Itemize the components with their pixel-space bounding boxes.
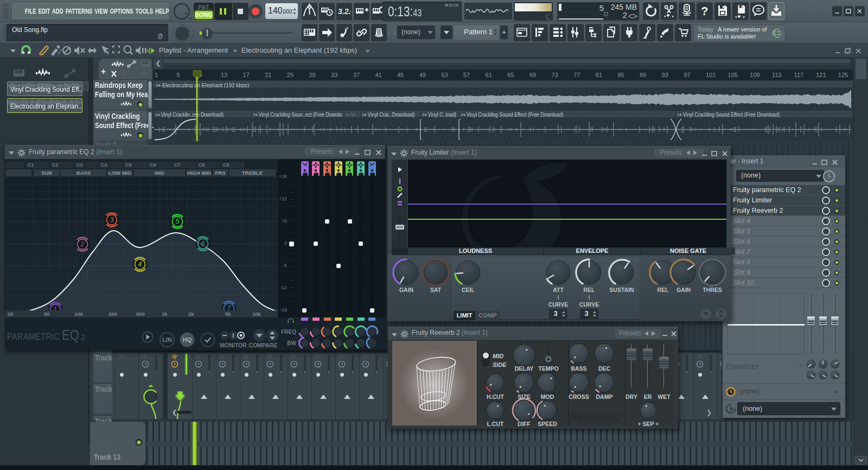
svg-text:ER: ER	[644, 393, 652, 400]
svg-text:21: 21	[265, 72, 271, 78]
svg-text:SUSTAIN: SUSTAIN	[609, 287, 634, 293]
svg-text:85: 85	[617, 72, 624, 78]
svg-text:REL: REL	[584, 287, 596, 293]
svg-text:MID: MID	[493, 353, 503, 359]
svg-text:BW: BW	[287, 340, 296, 346]
svg-text:LIN: LIN	[162, 336, 172, 343]
svg-text:GAIN: GAIN	[399, 287, 413, 293]
svg-text:1: 1	[54, 306, 58, 310]
svg-text:5: 5	[177, 72, 180, 78]
svg-text:THRES: THRES	[703, 287, 722, 293]
svg-text:WET: WET	[658, 393, 671, 400]
svg-text:DAMP: DAMP	[596, 393, 613, 400]
svg-text:HQ: HQ	[183, 336, 192, 343]
svg-text:105: 105	[728, 72, 738, 78]
svg-text:SIDE: SIDE	[493, 361, 507, 368]
svg-text:25: 25	[287, 72, 293, 78]
svg-text:CURVE: CURVE	[548, 301, 569, 308]
svg-text:93: 93	[662, 72, 668, 78]
svg-text:REL: REL	[658, 287, 669, 293]
svg-text:121: 121	[816, 72, 826, 78]
svg-text:DEC: DEC	[598, 365, 611, 372]
svg-text:L.CUT: L.CUT	[487, 421, 504, 427]
svg-text:ATT: ATT	[553, 287, 564, 293]
svg-text:REEVERB: REEVERB	[570, 411, 616, 422]
svg-text:69: 69	[529, 72, 536, 78]
svg-text:MOD: MOD	[541, 393, 554, 400]
svg-text:53: 53	[441, 72, 448, 78]
svg-text:109: 109	[750, 72, 760, 78]
svg-text:117: 117	[794, 72, 804, 78]
svg-text:2: 2	[80, 240, 85, 248]
svg-text:77: 77	[573, 72, 580, 78]
svg-text:37: 37	[353, 72, 360, 78]
svg-text:41: 41	[375, 72, 381, 78]
svg-text:61: 61	[486, 72, 492, 78]
svg-text:33: 33	[331, 72, 337, 78]
svg-text:113: 113	[772, 72, 782, 78]
svg-text:DRY: DRY	[626, 393, 637, 400]
svg-text:CEIL: CEIL	[462, 287, 475, 293]
svg-text:MONITOR: MONITOR	[220, 342, 247, 348]
svg-text:5: 5	[176, 218, 180, 225]
svg-text:COMPARE: COMPARE	[249, 342, 278, 348]
svg-text:BASS: BASS	[571, 365, 586, 372]
svg-text:6: 6	[201, 240, 205, 247]
svg-text:7: 7	[227, 304, 232, 310]
svg-text:65: 65	[507, 72, 514, 78]
svg-text:SAT: SAT	[430, 287, 442, 293]
svg-text:?: ?	[701, 4, 708, 18]
svg-text:H.CUT: H.CUT	[487, 393, 505, 400]
svg-text:97: 97	[684, 72, 690, 78]
svg-text:CURVE: CURVE	[579, 301, 599, 308]
svg-text:13: 13	[221, 72, 227, 78]
svg-text:49: 49	[419, 72, 426, 78]
svg-text:3.2.: 3.2.	[338, 7, 350, 16]
svg-text:81: 81	[596, 72, 602, 78]
svg-text:57: 57	[463, 72, 470, 78]
svg-text:↔: ↔	[797, 372, 803, 378]
svg-text:1: 1	[155, 72, 158, 78]
svg-text:SPEED: SPEED	[538, 421, 557, 427]
svg-text:125: 125	[838, 72, 848, 78]
svg-text:45: 45	[397, 72, 404, 78]
svg-text:t: t	[349, 9, 352, 15]
svg-text:CROSS: CROSS	[569, 393, 589, 400]
svg-text:SEP: SEP	[642, 421, 654, 427]
svg-text:73: 73	[552, 72, 558, 78]
svg-text:DELAY: DELAY	[515, 365, 534, 372]
svg-text:DIFF: DIFF	[518, 421, 531, 427]
svg-text:+: +	[101, 67, 106, 76]
svg-text:3: 3	[110, 216, 114, 224]
svg-text:29: 29	[309, 72, 316, 78]
svg-text:TEMPO: TEMPO	[538, 365, 558, 372]
svg-text:GAIN: GAIN	[676, 287, 691, 293]
svg-text:4: 4	[138, 261, 142, 268]
svg-text:ш: ш	[799, 363, 802, 367]
svg-text:101: 101	[706, 72, 716, 78]
svg-text:2: 2	[615, 411, 622, 423]
svg-text:17: 17	[243, 72, 250, 78]
svg-text:89: 89	[640, 72, 646, 78]
